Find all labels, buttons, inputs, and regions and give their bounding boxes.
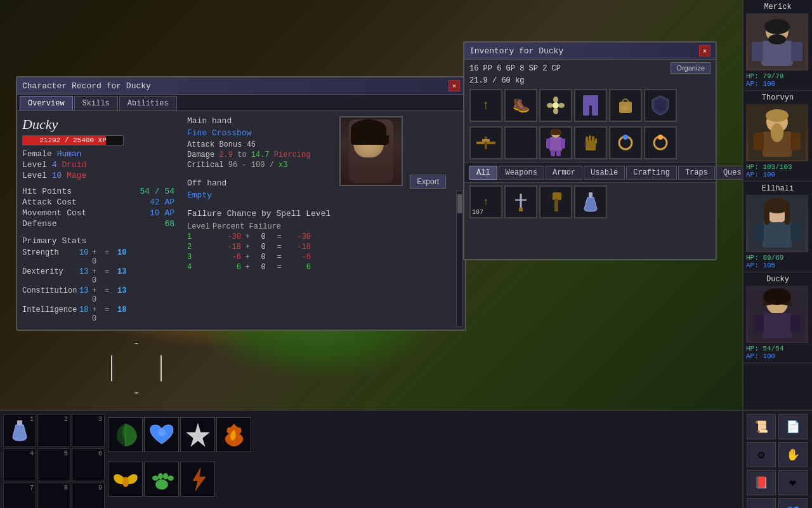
item-slot-sword[interactable]	[504, 185, 537, 218]
leaf-action-icon	[112, 421, 140, 449]
hotbar-slot-4[interactable]: 4	[3, 448, 36, 481]
svg-rect-29	[592, 136, 594, 143]
party-member-thorvyn[interactable]: Thorvyn HP: 103/103 AP: 100	[743, 91, 812, 182]
svg-point-53	[766, 109, 789, 122]
hotbar-num-5: 5	[64, 450, 68, 457]
constitution-total: 13	[117, 286, 126, 304]
hotbar-num-7: 7	[30, 485, 34, 491]
svg-point-24	[553, 133, 554, 134]
party-member-ducky[interactable]: Ducky HP: 54/54 AP: 100	[743, 272, 812, 363]
action-slot-lightning[interactable]	[180, 462, 215, 497]
dark-shield-icon	[651, 95, 670, 116]
tab-overview[interactable]: Overview	[20, 96, 73, 110]
svg-rect-30	[595, 138, 597, 144]
svg-rect-28	[589, 135, 591, 143]
action-slot-wings[interactable]	[108, 462, 143, 497]
control-scroll-icon[interactable]: 📜	[747, 414, 776, 439]
strength-label: Strength	[22, 248, 79, 266]
equip-slot-pants[interactable]	[574, 89, 607, 122]
inv-tab-usable[interactable]: Usable	[584, 166, 625, 180]
equip-slot-boots[interactable]: 🥾	[504, 89, 537, 122]
svg-point-68	[763, 288, 791, 305]
item-slot-vial[interactable]	[574, 185, 607, 218]
svg-rect-39	[554, 199, 558, 211]
merick-ap: AP: 100	[746, 80, 809, 88]
organize-button[interactable]: Organize	[671, 62, 710, 74]
equip-slot-bag[interactable]	[609, 89, 642, 122]
inv-tab-all[interactable]: All	[469, 166, 497, 180]
combat-stats: Hit Points 54 / 54 Attack Cost 42 AP Mov…	[22, 187, 174, 229]
action-slot-flame[interactable]	[216, 417, 251, 452]
hotbar-slot-9[interactable]: 9	[72, 483, 105, 508]
hotbar-slot-7[interactable]: 7	[3, 483, 36, 508]
defense-label: Defense	[22, 219, 57, 229]
equip-slot-crossbow[interactable]	[469, 126, 502, 159]
druid-class: Druid	[62, 160, 86, 170]
control-heart-icon[interactable]: ❤	[778, 470, 808, 495]
equip-slot-ring2[interactable]	[644, 126, 677, 159]
tab-abilities[interactable]: Abilities	[119, 96, 177, 110]
equip-slot-arrow[interactable]: ↓	[469, 89, 502, 122]
attack-bonus-stat: Attack Bonus 46	[187, 140, 333, 149]
equip-slot-glove[interactable]	[574, 126, 607, 159]
equip-slot-ring1[interactable]	[609, 126, 642, 159]
svg-rect-18	[551, 150, 555, 156]
hotbar-slot-8[interactable]: 8	[37, 483, 70, 508]
inv-tab-armor[interactable]: Armor	[546, 166, 582, 180]
thorvyn-hp: HP: 103/103	[746, 163, 809, 171]
control-book-icon[interactable]: 📕	[747, 470, 776, 495]
action-slot-leaf[interactable]	[108, 417, 143, 452]
stat-row-move-cost: Movement Cost 10 AP	[22, 208, 174, 218]
inventory-close[interactable]: ×	[699, 45, 710, 57]
svg-rect-65	[763, 313, 792, 338]
xp-bar: 21292 / 25400 XP	[22, 135, 124, 145]
hotbar-slot-5[interactable]: 5	[37, 448, 70, 481]
character-window-close[interactable]: ×	[449, 80, 460, 91]
svg-rect-58	[754, 224, 764, 241]
party-member-ellhali[interactable]: Ellhali HP: 69/69 AP: 105	[743, 182, 812, 272]
ducky-sidebar-name: Ducky	[746, 275, 809, 284]
mage-class: Mage	[67, 171, 86, 180]
character-race: Human	[57, 149, 82, 159]
hammer-item-icon	[545, 191, 566, 213]
control-hand-icon[interactable]: ✋	[778, 442, 808, 467]
hotbar-num-6: 6	[98, 450, 102, 457]
equip-slot-character[interactable]	[539, 126, 572, 159]
action-slot-spark[interactable]	[180, 417, 215, 452]
hotbar-slot-6[interactable]: 6	[72, 448, 105, 481]
flame-action-icon	[220, 421, 248, 449]
party-member-merick[interactable]: Merick HP: 79/79 AP: 100	[743, 0, 812, 91]
tab-skills[interactable]: Skills	[74, 96, 118, 110]
inv-tab-weapons[interactable]: Weapons	[499, 166, 544, 180]
inv-tab-traps[interactable]: Traps	[678, 166, 715, 180]
attack-bonus-value: 46	[247, 140, 256, 149]
action-slot-heart[interactable]	[144, 417, 179, 452]
ellhali-ap: AP: 105	[746, 262, 809, 269]
control-map-icon[interactable]: 📄	[778, 414, 808, 439]
hotbar-slot-3[interactable]: 3	[72, 414, 105, 447]
control-gear-icon[interactable]: ⚙	[747, 442, 776, 467]
item-slot-hammer[interactable]	[539, 185, 572, 218]
equip-slot-flower[interactable]	[539, 89, 572, 122]
hotbar-slot-2[interactable]: 2	[37, 414, 70, 447]
svg-rect-62	[785, 206, 790, 225]
control-settings-icon[interactable]: ⚙	[747, 498, 776, 508]
failure-title: Failure Chance by Spell Level	[187, 209, 333, 218]
crossbow-icon	[475, 131, 497, 154]
hotbar: 1 2 3 4 5 6 7 8 9	[0, 410, 742, 508]
portrait-image	[339, 116, 403, 186]
hotbar-slot-1[interactable]: 1	[3, 414, 36, 447]
equip-slot-shield-dark[interactable]	[644, 89, 677, 122]
action-slot-paw[interactable]	[144, 462, 179, 497]
svg-rect-45	[791, 42, 802, 61]
equip-slot-empty1[interactable]	[504, 126, 537, 159]
inv-tab-crafting[interactable]: Crafting	[626, 166, 677, 180]
svg-point-77	[163, 473, 168, 479]
intelligence-label: Intelligence	[22, 305, 79, 323]
xp-bar-text: 21292 / 25400 XP	[23, 136, 123, 145]
control-party-icon[interactable]: 👥	[778, 498, 808, 508]
character-gender-race: Female Human	[22, 149, 174, 159]
item-slot-arrows[interactable]: ↓ 107	[469, 185, 502, 218]
export-button[interactable]: Export	[410, 175, 446, 189]
character-scrollbar[interactable]	[456, 190, 462, 327]
